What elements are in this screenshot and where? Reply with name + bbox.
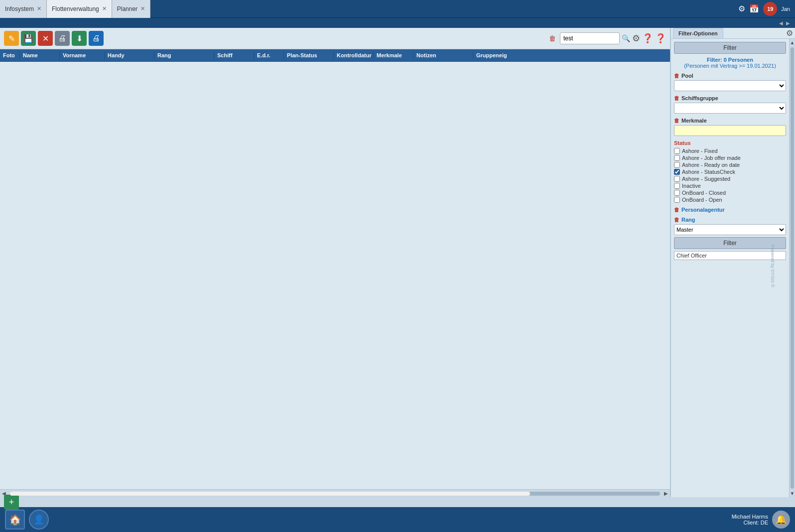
add-button[interactable]: + <box>4 495 19 510</box>
th-handy: Handy <box>105 51 154 59</box>
merkmale-input[interactable] <box>674 125 786 136</box>
rang-list-item[interactable]: Chief Officer <box>674 251 786 260</box>
checkbox-ashore-statuscheck: Ashore - StatusCheck <box>674 169 786 175</box>
filter-bottom-button-label: Filter <box>723 240 737 247</box>
scroll-left-top[interactable]: ◀ <box>779 20 783 26</box>
checkbox-inactive-input[interactable] <box>674 183 680 189</box>
tab-planner[interactable]: Planner ✕ <box>112 0 150 18</box>
filter-scroll-down[interactable]: ▼ <box>790 490 795 497</box>
search-trash-icon[interactable]: 🗑 <box>549 34 556 42</box>
bottom-add-bar: + <box>0 497 795 507</box>
th-foto: Foto <box>0 51 20 59</box>
checkbox-inactive: Inactive <box>674 183 786 189</box>
checkbox-onboard-open: OnBoard - Open <box>674 197 786 203</box>
th-notizen: Notizen <box>413 51 473 59</box>
bottom-left: 🏠 👤 <box>5 510 49 530</box>
date-number: 19 <box>767 6 773 12</box>
th-name: Name <box>20 51 60 59</box>
table-body <box>0 62 670 489</box>
save-button[interactable]: 💾 <box>21 31 36 46</box>
checkbox-ashore-ready-input[interactable] <box>674 162 680 168</box>
pool-select[interactable] <box>674 80 786 91</box>
checkbox-ashore-ready: Ashore - Ready on date <box>674 162 786 168</box>
tab-flottenverwaltung-close[interactable]: ✕ <box>102 5 107 12</box>
filter-scrollbar[interactable]: ▲ ▼ <box>789 39 795 497</box>
merkmale-trash-icon[interactable]: 🗑 <box>674 118 679 124</box>
checkbox-ashore-fixed-input[interactable] <box>674 148 680 154</box>
personalagentur-label-row: 🗑 Personalagentur <box>674 207 786 213</box>
schiffsgruppe-label: Schiffsgruppe <box>681 95 718 101</box>
pool-label: Pool <box>681 73 693 79</box>
filter-tab-label: Filter-Optionen <box>678 30 718 36</box>
filter-section-personalagentur: 🗑 Personalagentur <box>674 207 786 213</box>
search-button[interactable]: 🔍 <box>622 34 630 42</box>
filter-info: Filter: 0 Personen (Personen mit Vertrag… <box>674 57 786 69</box>
filter-settings-icon[interactable]: ⚙ <box>786 28 793 38</box>
h-scroll-track[interactable] <box>10 492 660 496</box>
checkbox-ashore-statuscheck-label: Ashore - StatusCheck <box>682 169 735 175</box>
print-button[interactable]: 🖨 <box>55 31 70 46</box>
download-button[interactable]: ⬇ <box>72 31 87 46</box>
tab-infosystem-close[interactable]: ✕ <box>37 5 41 12</box>
th-merkmale: Merkmale <box>374 51 413 59</box>
share-button[interactable]: 🖨 <box>89 31 104 46</box>
filter-section-status: Status Ashore - Fixed Ashore - Job offer… <box>674 140 786 203</box>
filter-options-tab[interactable]: Filter-Optionen <box>673 28 723 38</box>
th-vorname: Vorname <box>60 51 105 59</box>
scroll-indicators-top: ◀ ▶ <box>0 18 795 28</box>
horizontal-scrollbar[interactable]: ◀ ▶ <box>0 489 670 497</box>
checkbox-ashore-job-offer-input[interactable] <box>674 155 680 161</box>
filter-top-button[interactable]: Filter <box>674 42 786 54</box>
tab-flottenverwaltung[interactable]: Flottenverwaltung ✕ <box>47 0 112 18</box>
schiffsgruppe-select[interactable] <box>674 103 786 114</box>
user-info: Michael Harms Client: DE <box>732 514 768 526</box>
checkbox-onboard-closed-input[interactable] <box>674 190 680 196</box>
pool-label-row: 🗑 Pool <box>674 73 786 79</box>
checkbox-onboard-closed: OnBoard - Closed <box>674 190 786 196</box>
tab-flottenverwaltung-label: Flottenverwaltung <box>52 5 99 12</box>
calendar-icon[interactable]: 📅 <box>749 4 759 13</box>
checkbox-ashore-job-offer: Ashore - Job offer made <box>674 155 786 161</box>
checkbox-ashore-job-offer-label: Ashore - Job offer made <box>682 155 741 161</box>
th-rang: Rang <box>154 51 214 59</box>
checkbox-ashore-fixed-label: Ashore - Fixed <box>682 148 718 154</box>
settings-icon[interactable]: ⚙ <box>738 4 745 13</box>
toolbar-settings-icon[interactable]: ⚙ <box>632 33 640 44</box>
th-plan-status: Plan-Status <box>284 51 334 59</box>
help-icon-2[interactable]: ❓ <box>655 33 666 44</box>
filter-scroll-up[interactable]: ▲ <box>790 39 795 46</box>
person-button[interactable]: 👤 <box>29 510 49 530</box>
schiffsgruppe-trash-icon[interactable]: 🗑 <box>674 95 679 101</box>
cancel-button[interactable]: ✕ <box>38 31 53 46</box>
filter-info-date: (Personen mit Vertrag >= 19.01.2021) <box>674 63 786 69</box>
checkbox-onboard-open-input[interactable] <box>674 197 680 203</box>
filter-bottom-button[interactable]: Filter <box>674 237 786 249</box>
notification-button[interactable]: 🔔 <box>772 511 790 529</box>
checkbox-ashore-statuscheck-input[interactable] <box>674 169 680 175</box>
merkmale-label-row: 🗑 Merkmale <box>674 118 786 124</box>
table-header: Foto Name Vorname Handy Rang Schiff E.d.… <box>0 49 670 62</box>
home-button[interactable]: 🏠 <box>5 510 25 530</box>
search-input[interactable] <box>560 32 620 44</box>
scroll-right-top[interactable]: ▶ <box>786 20 790 26</box>
edit-button[interactable]: ✎ <box>4 31 19 46</box>
pool-trash-icon[interactable]: 🗑 <box>674 73 679 79</box>
top-icons: ⚙ 📅 19 Jan <box>738 2 795 16</box>
rang-select[interactable]: Master Chief Officer <box>674 224 786 235</box>
schiffsgruppe-label-row: 🗑 Schiffsgruppe <box>674 95 786 101</box>
top-bar: Infosystem ✕ Flottenverwaltung ✕ Planner… <box>0 0 795 18</box>
tab-infosystem-label: Infosystem <box>5 5 34 12</box>
status-label: Status <box>674 140 786 146</box>
date-badge: 19 <box>763 2 777 16</box>
th-edr: E.d.r. <box>254 51 284 59</box>
user-locale: Client: DE <box>732 520 768 526</box>
h-scroll-right[interactable]: ▶ <box>662 491 670 496</box>
rang-trash-icon[interactable]: 🗑 <box>674 217 679 223</box>
tab-planner-close[interactable]: ✕ <box>140 5 145 12</box>
personalagentur-trash-icon[interactable]: 🗑 <box>674 207 679 213</box>
help-icon-1[interactable]: ❓ <box>642 33 653 44</box>
checkbox-ashore-suggested-input[interactable] <box>674 176 680 182</box>
tab-infosystem[interactable]: Infosystem ✕ <box>0 0 47 18</box>
search-box: 🔍 <box>560 32 630 44</box>
th-schiff: Schiff <box>214 51 254 59</box>
